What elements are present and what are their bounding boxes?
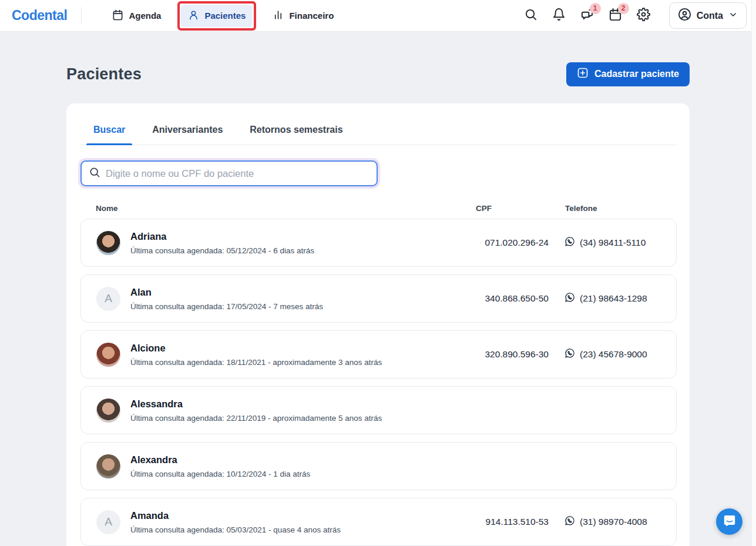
- whatsapp-icon: [565, 292, 575, 305]
- page-content: Pacientes Cadastrar paciente Buscar Aniv…: [0, 61, 756, 546]
- patient-row[interactable]: Adriana Última consulta agendada: 05/12/…: [80, 219, 677, 267]
- nav-item-financeiro[interactable]: Financeiro: [266, 5, 341, 27]
- patient-name: Alessandra: [130, 398, 382, 410]
- tab-buscar[interactable]: Buscar: [86, 116, 132, 145]
- schedule-badge: 2: [618, 3, 629, 14]
- column-header-telefone: Telefone: [565, 204, 661, 213]
- patient-cpf: 340.868.650-50: [475, 293, 549, 304]
- account-menu-button[interactable]: Conta: [669, 2, 747, 29]
- last-visit-text: Última consulta agendada: 10/12/2024 - 1…: [130, 470, 310, 478]
- search-icon: [89, 166, 100, 180]
- person-icon: [188, 9, 199, 22]
- patients-panel: Buscar Aniversariantes Retornos semestra…: [66, 103, 690, 546]
- bar-chart-icon: [273, 9, 284, 22]
- table-header: Nome CPF Telefone: [80, 204, 677, 213]
- support-chat-launcher[interactable]: [716, 508, 742, 535]
- phone-number: (31) 98970-4008: [580, 517, 647, 527]
- messages-badge: 1: [590, 3, 601, 14]
- chevron-down-icon: [728, 10, 738, 22]
- avatar: [96, 454, 120, 478]
- last-visit-text: Última consulta agendada: 17/05/2024 - 7…: [130, 302, 323, 311]
- user-circle-icon: [678, 8, 691, 24]
- column-header-cpf: CPF: [476, 204, 549, 213]
- nav-item-label: Agenda: [129, 11, 161, 21]
- phone-number: (23) 45678-9000: [580, 349, 647, 360]
- notifications-button[interactable]: [549, 6, 569, 26]
- nav-item-label: Pacientes: [204, 11, 246, 21]
- patient-row[interactable]: Alcione Última consulta agendada: 18/11/…: [80, 330, 677, 378]
- last-visit-text: Última consulta agendada: 05/12/2024 - 6…: [130, 246, 314, 255]
- patient-search-input[interactable]: [106, 168, 369, 179]
- patient-phone[interactable]: (34) 98411-5110: [565, 236, 660, 249]
- phone-number: (34) 98411-5110: [580, 237, 646, 248]
- tab-retornos-semestrais[interactable]: Retornos semestrais: [243, 116, 350, 145]
- search-icon: [524, 8, 537, 24]
- patient-name: Alan: [130, 287, 323, 298]
- register-patient-button[interactable]: Cadastrar paciente: [566, 62, 690, 86]
- nav-item-label: Financeiro: [289, 11, 334, 21]
- patient-name: Adriana: [130, 231, 314, 242]
- gear-icon: [637, 8, 650, 24]
- patient-row[interactable]: A Amanda Última consulta agendada: 05/03…: [80, 498, 677, 546]
- patient-name: Alexandra: [130, 454, 310, 465]
- patient-name: Amanda: [130, 510, 341, 521]
- patient-row[interactable]: Alessandra Última consulta agendada: 22/…: [80, 386, 677, 434]
- avatar: [96, 343, 120, 367]
- nav-item-agenda[interactable]: Agenda: [105, 5, 168, 27]
- bell-icon: [552, 8, 566, 24]
- messages-button[interactable]: 1: [577, 6, 597, 26]
- patient-phone[interactable]: (23) 45678-9000: [565, 348, 660, 361]
- avatar: A: [96, 510, 120, 534]
- red-annotation-box: Pacientes: [177, 1, 256, 31]
- top-navbar: Codental Agenda Pacientes Financeiro: [0, 0, 756, 32]
- patient-row[interactable]: Alexandra Última consulta agendada: 10/1…: [80, 442, 677, 490]
- whatsapp-icon: [565, 515, 575, 528]
- schedule-button[interactable]: 2: [606, 6, 626, 26]
- settings-button[interactable]: [634, 6, 654, 26]
- patient-search-field: [80, 160, 378, 186]
- patient-cpf: 320.890.596-30: [475, 349, 549, 360]
- patient-list: Adriana Última consulta agendada: 05/12/…: [80, 219, 677, 546]
- last-visit-text: Última consulta agendada: 22/11/2019 - a…: [130, 414, 382, 423]
- plus-square-icon: [577, 67, 589, 81]
- patient-row[interactable]: A Alan Última consulta agendada: 17/05/2…: [80, 274, 677, 323]
- whatsapp-icon: [565, 236, 575, 249]
- main-nav: Agenda Pacientes Financeiro: [105, 1, 341, 31]
- patient-cpf: 914.113.510-53: [475, 517, 549, 527]
- page-title: Pacientes: [66, 65, 142, 83]
- patient-cpf: 071.020.296-24: [475, 237, 549, 248]
- account-label: Conta: [697, 11, 723, 21]
- avatar: [96, 398, 120, 423]
- register-patient-label: Cadastrar paciente: [594, 69, 679, 79]
- header-divider: [81, 7, 82, 25]
- app-logo[interactable]: Codental: [12, 8, 67, 24]
- chat-bubble-icon: [723, 514, 737, 530]
- search-button[interactable]: [521, 6, 541, 26]
- last-visit-text: Última consulta agendada: 05/03/2021 - q…: [130, 525, 341, 534]
- calendar-icon: [112, 9, 123, 22]
- patient-name: Alcione: [130, 343, 382, 354]
- patient-phone[interactable]: (21) 98643-1298: [565, 292, 660, 305]
- phone-number: (21) 98643-1298: [580, 293, 647, 304]
- scrollbar[interactable]: [751, 0, 756, 546]
- tab-aniversariantes[interactable]: Aniversariantes: [145, 116, 230, 145]
- header-actions: 1 2 Conta: [521, 2, 747, 29]
- last-visit-text: Última consulta agendada: 18/11/2021 - a…: [130, 358, 382, 367]
- tab-bar: Buscar Aniversariantes Retornos semestra…: [80, 116, 677, 145]
- nav-item-pacientes[interactable]: Pacientes: [181, 5, 253, 27]
- column-header-nome: Nome: [96, 204, 476, 213]
- whatsapp-icon: [565, 348, 575, 361]
- avatar: A: [96, 287, 120, 311]
- patient-phone[interactable]: (31) 98970-4008: [565, 515, 660, 528]
- avatar: [96, 231, 120, 255]
